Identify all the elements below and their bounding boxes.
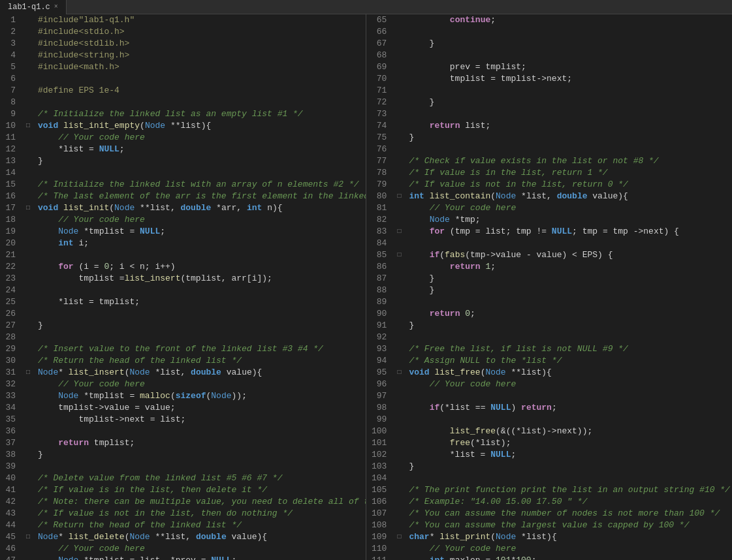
fold-indicator[interactable]: □ xyxy=(24,367,33,379)
code-line: return 0; xyxy=(409,308,732,320)
fold-indicator[interactable] xyxy=(24,355,33,367)
fold-indicator[interactable] xyxy=(24,296,33,308)
fold-indicator[interactable] xyxy=(394,261,404,273)
fold-indicator[interactable] xyxy=(394,285,404,296)
fold-indicator[interactable] xyxy=(24,144,33,155)
fold-indicator[interactable] xyxy=(394,402,404,414)
fold-indicator[interactable] xyxy=(394,508,404,520)
fold-indicator[interactable] xyxy=(394,437,404,449)
fold-indicator[interactable] xyxy=(394,308,404,320)
fold-indicator[interactable] xyxy=(24,343,33,355)
fold-indicator[interactable]: □ xyxy=(24,202,33,214)
fold-indicator[interactable] xyxy=(394,202,404,214)
fold-indicator[interactable] xyxy=(394,85,404,97)
tab-close-button[interactable]: × xyxy=(54,3,58,10)
fold-indicator[interactable] xyxy=(394,38,404,50)
fold-indicator[interactable] xyxy=(24,179,33,191)
fold-indicator[interactable] xyxy=(24,496,33,508)
fold-indicator[interactable] xyxy=(24,261,33,273)
fold-indicator[interactable] xyxy=(394,214,404,226)
fold-indicator[interactable] xyxy=(394,273,404,285)
fold-indicator[interactable] xyxy=(24,61,33,73)
fold-indicator[interactable] xyxy=(394,461,404,473)
fold-indicator[interactable] xyxy=(24,426,33,437)
fold-indicator[interactable] xyxy=(394,26,404,38)
tab-lab1-q1[interactable]: lab1-q1.c × xyxy=(0,0,67,14)
fold-indicator[interactable] xyxy=(394,61,404,73)
left-code-area[interactable]: #include"lab1-q1.h"#include<stdio.h>#inc… xyxy=(33,14,366,560)
fold-indicator[interactable] xyxy=(24,555,33,560)
fold-indicator[interactable] xyxy=(24,249,33,261)
fold-indicator[interactable] xyxy=(394,355,404,367)
fold-indicator[interactable] xyxy=(24,484,33,496)
fold-indicator[interactable] xyxy=(394,414,404,426)
fold-indicator[interactable]: □ xyxy=(394,531,404,543)
fold-indicator[interactable]: □ xyxy=(24,531,33,543)
fold-indicator[interactable] xyxy=(394,50,404,61)
fold-indicator[interactable] xyxy=(24,238,33,249)
fold-indicator[interactable]: □ xyxy=(394,226,404,238)
fold-indicator[interactable] xyxy=(394,520,404,531)
fold-indicator[interactable] xyxy=(394,108,404,120)
fold-indicator[interactable] xyxy=(24,390,33,402)
fold-indicator[interactable] xyxy=(24,214,33,226)
fold-indicator[interactable] xyxy=(24,108,33,120)
fold-indicator[interactable] xyxy=(24,461,33,473)
fold-indicator[interactable] xyxy=(24,226,33,238)
fold-indicator[interactable] xyxy=(24,414,33,426)
fold-indicator[interactable] xyxy=(24,285,33,296)
fold-indicator[interactable] xyxy=(394,238,404,249)
fold-indicator[interactable] xyxy=(24,38,33,50)
fold-indicator[interactable] xyxy=(24,332,33,343)
fold-indicator[interactable] xyxy=(394,496,404,508)
fold-indicator[interactable] xyxy=(24,508,33,520)
fold-indicator[interactable] xyxy=(394,14,404,26)
fold-indicator[interactable] xyxy=(394,473,404,484)
fold-indicator[interactable] xyxy=(394,179,404,191)
fold-indicator[interactable] xyxy=(24,320,33,332)
fold-indicator[interactable] xyxy=(24,14,33,26)
fold-indicator[interactable] xyxy=(24,449,33,461)
fold-indicator[interactable] xyxy=(394,167,404,179)
fold-indicator[interactable] xyxy=(394,543,404,555)
fold-indicator[interactable] xyxy=(24,85,33,97)
fold-indicator[interactable] xyxy=(24,73,33,85)
fold-indicator[interactable] xyxy=(394,73,404,85)
fold-indicator[interactable] xyxy=(394,155,404,167)
fold-indicator[interactable] xyxy=(24,437,33,449)
fold-indicator[interactable] xyxy=(24,50,33,61)
fold-indicator[interactable]: □ xyxy=(394,191,404,202)
fold-indicator[interactable] xyxy=(24,543,33,555)
fold-indicator[interactable] xyxy=(394,296,404,308)
fold-indicator[interactable] xyxy=(394,144,404,155)
fold-indicator[interactable] xyxy=(24,402,33,414)
fold-indicator[interactable] xyxy=(394,320,404,332)
fold-indicator[interactable] xyxy=(394,132,404,144)
fold-indicator[interactable] xyxy=(24,520,33,531)
fold-indicator[interactable] xyxy=(394,390,404,402)
fold-indicator[interactable] xyxy=(394,120,404,132)
fold-indicator[interactable] xyxy=(24,473,33,484)
fold-indicator[interactable] xyxy=(24,132,33,144)
fold-indicator[interactable]: □ xyxy=(394,249,404,261)
fold-indicator[interactable] xyxy=(394,332,404,343)
fold-indicator[interactable] xyxy=(24,308,33,320)
fold-indicator[interactable] xyxy=(24,26,33,38)
fold-indicator[interactable]: □ xyxy=(24,120,33,132)
fold-indicator[interactable] xyxy=(394,97,404,108)
fold-indicator[interactable] xyxy=(394,449,404,461)
fold-indicator[interactable]: □ xyxy=(394,367,404,379)
right-code-area[interactable]: continue; } prev = tmplist; tmplist = tm… xyxy=(404,14,732,560)
code-line xyxy=(38,426,366,437)
fold-indicator[interactable] xyxy=(24,97,33,108)
fold-indicator[interactable] xyxy=(24,379,33,390)
fold-indicator[interactable] xyxy=(24,191,33,202)
fold-indicator[interactable] xyxy=(24,155,33,167)
fold-indicator[interactable] xyxy=(24,167,33,179)
fold-indicator[interactable] xyxy=(24,273,33,285)
fold-indicator[interactable] xyxy=(394,484,404,496)
fold-indicator[interactable] xyxy=(394,379,404,390)
fold-indicator[interactable] xyxy=(394,343,404,355)
fold-indicator[interactable] xyxy=(394,555,404,560)
fold-indicator[interactable] xyxy=(394,426,404,437)
